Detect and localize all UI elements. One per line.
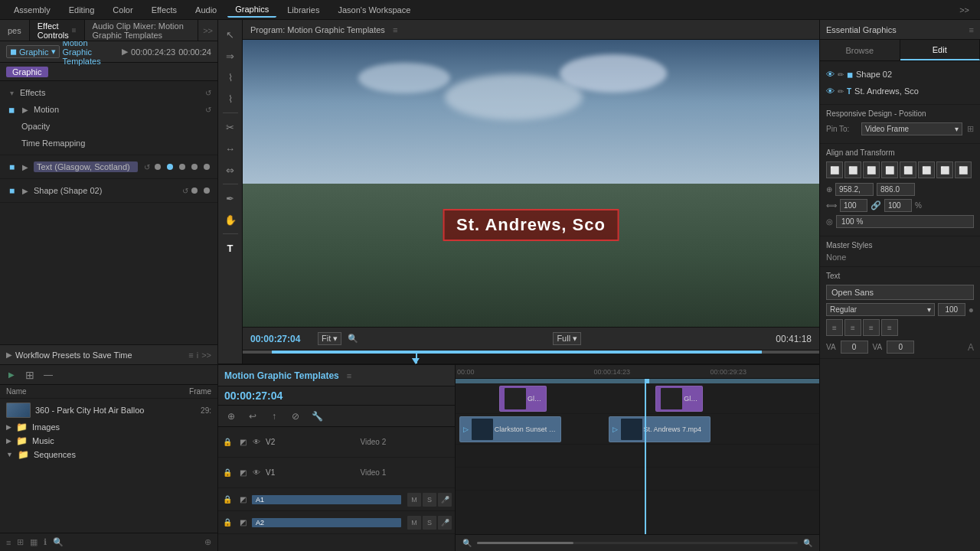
new-item-icon[interactable]: ⊕	[203, 537, 213, 547]
nav-more[interactable]: >>	[955, 3, 974, 17]
motion-reset-icon[interactable]: ↺	[205, 106, 211, 114]
link-icon[interactable]: 🔗	[871, 201, 881, 210]
track-a1-sync[interactable]: ◩	[237, 494, 249, 506]
align-center-v[interactable]: ⬜	[900, 161, 916, 178]
btn-m-a2[interactable]: M	[407, 516, 421, 530]
scale-y-input[interactable]	[884, 199, 912, 212]
tab-audio-mixer[interactable]: Audio Clip Mixer: Motion Graphic Templat…	[85, 20, 199, 41]
folder-expand-icon-music[interactable]: ▶	[6, 437, 11, 445]
workflow-expand-panel-icon[interactable]: >>	[201, 350, 211, 360]
clip-clarkston[interactable]: ▷ Clarkston Sunset 8.mp4	[459, 416, 561, 442]
vp-menu-icon[interactable]: ≡	[393, 25, 397, 34]
text-align-right[interactable]: ≡	[863, 319, 880, 336]
clip-standrews[interactable]: ▷ St. Andrews 7.mp4	[609, 416, 710, 442]
folder-sequences[interactable]: ▼ 📁 Sequences	[0, 448, 217, 461]
workflow-info-icon[interactable]: i	[197, 350, 198, 360]
kern-extra-icon[interactable]: A	[968, 342, 974, 353]
nav-workspace[interactable]: Jason's Workspace	[330, 3, 418, 17]
btn-mic[interactable]: 🎤	[438, 493, 452, 507]
layer-eye-shape[interactable]: 👁	[826, 70, 835, 79]
ec-shape-row[interactable]: ◼ ▶ Shape (Shape 02) ↺	[6, 182, 211, 199]
rp-menu-icon[interactable]: ≡	[969, 25, 974, 34]
text-align-center[interactable]: ≡	[844, 319, 861, 336]
track-v2-sync[interactable]: ◩	[237, 436, 249, 448]
track-a1-lock[interactable]: 🔒	[221, 494, 234, 506]
faux-bold-icon[interactable]: ●	[969, 305, 974, 315]
tl-back[interactable]: ↩	[244, 408, 261, 425]
position-x-input[interactable]	[835, 183, 874, 196]
list-item-360[interactable]: 360 - Park City Hot Air Balloo 29:	[0, 400, 217, 420]
workflow-menu-icon[interactable]: ≡	[188, 350, 193, 360]
kern-va-input[interactable]	[841, 341, 868, 354]
freeform-view-icon[interactable]: ▦	[28, 537, 39, 547]
list-view-icon[interactable]: ≡	[5, 538, 12, 547]
track-select-tool[interactable]: ⇒	[220, 46, 240, 66]
position-y-input[interactable]	[877, 183, 915, 196]
ec-text-row[interactable]: ◼ ▶ Text (Glasgow, Scotland) ↺	[6, 158, 211, 175]
kern-av-input[interactable]	[887, 341, 914, 354]
tl-menu-icon[interactable]: ≡	[347, 371, 351, 380]
track-a2-sync[interactable]: ◩	[237, 517, 249, 529]
delete-icon[interactable]: —	[41, 368, 55, 382]
text-tool[interactable]: T	[220, 238, 240, 258]
tl-wrench[interactable]: 🔧	[309, 408, 325, 425]
track-a2-lock[interactable]: 🔒	[221, 517, 234, 529]
tl-extract[interactable]: ⊘	[287, 408, 304, 425]
zoom-icon[interactable]: 🔍	[348, 334, 358, 344]
zoom-slider[interactable]	[477, 542, 798, 544]
track-v1-lock[interactable]: 🔒	[221, 467, 234, 479]
rolling-edit-tool[interactable]: ⌇	[220, 89, 240, 109]
vp-quality-select[interactable]: Full ▾	[553, 332, 581, 345]
slip-tool[interactable]: ↔	[220, 139, 240, 158]
nav-libraries[interactable]: Libraries	[279, 3, 327, 17]
ec-graphic-dropdown[interactable]: ◼ Graphic ▾	[6, 45, 60, 58]
align-left[interactable]: ⬜	[826, 161, 843, 178]
nav-color[interactable]: Color	[105, 3, 140, 17]
clip-glasgow-2[interactable]: Glasgow, S	[655, 386, 703, 412]
folder-images[interactable]: ▶ 📁 Images	[0, 420, 217, 434]
text-reset-icon[interactable]: ↺	[144, 163, 150, 171]
ec-motion-row[interactable]: ◼ ▶ Motion ↺	[6, 101, 211, 118]
track-v2-eye[interactable]: 👁	[250, 436, 263, 448]
btn-s-a2[interactable]: S	[423, 516, 436, 530]
ripple-edit-tool[interactable]: ⌇	[220, 67, 240, 87]
nav-editing[interactable]: Editing	[61, 3, 103, 17]
shape-expand-icon[interactable]: ▶	[20, 185, 31, 196]
align-top[interactable]: ⬜	[881, 161, 898, 178]
rp-pin-extra-icon[interactable]: ⊞	[967, 124, 974, 134]
vp-scrubber[interactable]	[243, 350, 819, 364]
rp-style-select[interactable]: Regular ▾	[826, 303, 935, 316]
shape-keyframe-2[interactable]	[204, 187, 210, 194]
motion-expand-icon[interactable]: ▶	[20, 104, 31, 115]
new-bin-icon[interactable]: ⊞	[23, 368, 37, 382]
folder-expand-icon-seq[interactable]: ▼	[6, 451, 13, 458]
icon-view-icon[interactable]: ⊞	[15, 537, 25, 547]
distribute-v[interactable]: ⬜	[955, 161, 972, 178]
text-align-left[interactable]: ≡	[826, 319, 843, 336]
nav-audio[interactable]: Audio	[188, 3, 224, 17]
tl-add-track[interactable]: ⊕	[223, 408, 240, 425]
effects-reset-icon[interactable]: ↺	[205, 89, 211, 97]
razor-tool[interactable]: ✂	[220, 117, 240, 137]
keyframe-dot-5[interactable]	[204, 164, 210, 170]
distribute-h[interactable]: ⬜	[936, 161, 953, 178]
effects-expand-icon[interactable]: ▾	[6, 87, 17, 98]
nav-effects[interactable]: Effects	[144, 3, 185, 17]
text-align-justify[interactable]: ≡	[881, 319, 898, 336]
hand-tool[interactable]: ✋	[220, 210, 240, 230]
rp-font-select[interactable]: Open Sans	[826, 285, 974, 300]
align-right[interactable]: ⬜	[863, 161, 880, 178]
zoom-out-icon[interactable]: 🔍	[460, 536, 474, 550]
workflow-expand-icon[interactable]: ▶	[6, 350, 12, 359]
align-bottom[interactable]: ⬜	[918, 161, 935, 178]
rp-tab-browse[interactable]: Browse	[820, 40, 900, 60]
slide-tool[interactable]: ⇔	[220, 160, 240, 180]
nav-assembly[interactable]: Assembly	[6, 3, 58, 17]
align-center-h[interactable]: ⬜	[844, 161, 861, 178]
search-icon[interactable]: 🔍	[51, 537, 65, 547]
tab-effect-controls[interactable]: Effect Controls ≡	[30, 20, 85, 41]
keyframe-dot-1[interactable]	[155, 164, 161, 170]
btn-m[interactable]: M	[407, 493, 421, 507]
shape-reset-icon[interactable]: ↺	[182, 187, 188, 195]
rp-tab-edit[interactable]: Edit	[900, 40, 981, 60]
